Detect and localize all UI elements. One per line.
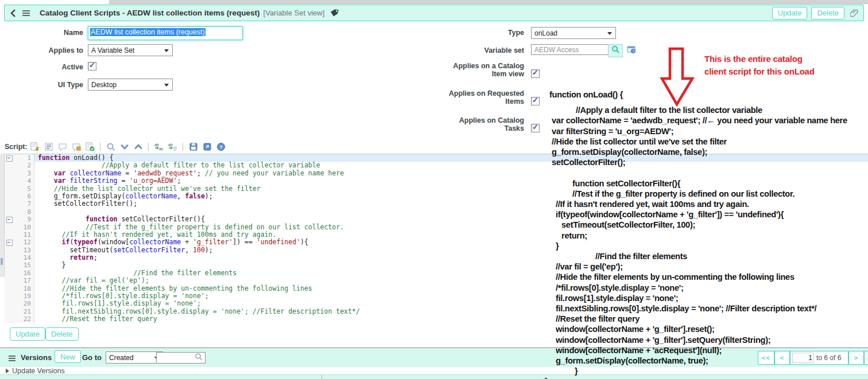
menu-icon[interactable] — [22, 10, 30, 17]
last-page-button[interactable]: >> — [864, 351, 868, 365]
line-number: 2 — [15, 162, 34, 169]
replace-icon[interactable]: abac — [154, 142, 164, 151]
update-button-footer[interactable]: Update — [10, 327, 45, 341]
svg-text:ab: ab — [168, 143, 173, 147]
versions-menu-icon[interactable] — [8, 354, 16, 364]
find-prev-icon[interactable] — [133, 142, 143, 151]
applies-tasks-checkbox[interactable] — [531, 124, 540, 132]
applies-catalog-item-checkbox[interactable] — [531, 69, 540, 78]
annotation-line: var collectorName = 'aedwdb_request'; //… — [552, 115, 847, 126]
variable-set-lookup-button[interactable] — [608, 44, 623, 57]
top-strip — [109, 0, 868, 4]
code-fold-icon[interactable] — [6, 155, 13, 162]
annotation-line: setCollectorFilter(); — [552, 157, 847, 167]
comment-add-icon[interactable] — [57, 142, 67, 151]
annotation-line: g_form.setDisplay(collectorName, false); — [552, 147, 847, 157]
svg-text:ac: ac — [159, 147, 164, 151]
new-version-button[interactable]: New — [55, 350, 81, 363]
reference-preview-icon[interactable]: ? — [627, 45, 636, 56]
find-next-icon[interactable] — [119, 142, 129, 151]
script-toolbar-icons: abacab? — [30, 142, 226, 151]
annotation-code: function onLoad() {//Apply a default fil… — [549, 89, 847, 379]
applies-requested-checkbox[interactable] — [531, 97, 540, 106]
tag-icon[interactable] — [330, 9, 339, 17]
line-number: 18 — [15, 285, 34, 292]
annotation-line: /*fil.rows[0].style.display = 'none'; — [556, 283, 847, 293]
toolbar-separator — [148, 143, 149, 151]
annotation-line: window[collectorName + 'g_filter'].setQu… — [556, 335, 847, 345]
view-label: [Variable Set view] — [264, 9, 325, 17]
ui-type-select[interactable]: Desktop — [88, 79, 173, 91]
delete-button-footer[interactable]: Delete — [45, 327, 79, 341]
name-input[interactable]: AEDW list collection items (request) — [88, 26, 243, 40]
line-number: 16 — [15, 269, 34, 277]
next-page-button[interactable]: > — [848, 351, 864, 365]
annotation-line: //Apply a default filter to the list col… — [576, 105, 847, 115]
chevron-down-icon — [607, 32, 612, 35]
save-icon[interactable] — [188, 142, 198, 151]
annotation-line: window[collectorName + 'acRequest'](null… — [556, 345, 847, 355]
open-window-icon[interactable] — [202, 142, 212, 151]
annotation-line: setTimeout(setCollectorFilter, 100); — [561, 220, 847, 230]
annotation-caption: This is the entire catalog client script… — [704, 53, 815, 78]
line-number: 22 — [15, 315, 34, 323]
versions-search-input[interactable] — [157, 353, 195, 362]
search-icon[interactable] — [106, 142, 115, 151]
replace-all-icon[interactable]: ab — [168, 142, 177, 151]
update-button-header[interactable]: Update — [772, 7, 808, 19]
line-number: 1 — [15, 154, 34, 162]
type-select[interactable]: onLoad — [531, 27, 616, 39]
attachment-icon[interactable] — [850, 9, 859, 18]
versions-search — [156, 352, 206, 364]
code-fold-icon[interactable] — [6, 240, 13, 246]
active-checkbox[interactable] — [88, 62, 96, 71]
line-number: 9 — [15, 216, 34, 223]
comment-lines-icon[interactable] — [44, 142, 53, 151]
annotation-line: //Hide the list collector until we've se… — [552, 136, 847, 147]
line-number: 10 — [15, 224, 34, 231]
annotation-line: //Hide the filter elements by un-comment… — [556, 272, 847, 282]
line-number: 7 — [15, 200, 34, 208]
back-icon[interactable] — [10, 9, 16, 17]
script-label: Script: — [5, 143, 28, 151]
annotation-line: //If it hasn't rendered yet, wait 100ms … — [556, 199, 847, 209]
applies-to-select[interactable]: A Variable Set — [88, 44, 173, 56]
ui-type-label: UI Type — [2, 81, 83, 89]
line-number: 6 — [15, 193, 34, 200]
delete-button-header[interactable]: Delete — [811, 7, 844, 19]
line-number: 14 — [15, 254, 34, 261]
annotation-line: fil.rows[1].style.display = 'none'; — [556, 293, 847, 303]
line-number: 8 — [15, 208, 34, 216]
line-number: 15 — [15, 261, 34, 269]
active-label: Active — [2, 63, 83, 71]
svg-text:ab: ab — [154, 143, 159, 147]
applies-catalog-item-label: Applies on a Catalog Item view — [409, 62, 524, 78]
search-icon — [611, 45, 620, 56]
name-value: AEDW list collection items (request) — [90, 28, 206, 36]
annotation-line: //var fil = gel('ep'); — [556, 261, 847, 272]
search-icon[interactable] — [195, 353, 203, 364]
annotation-line: window[collectorName + 'g_filter'].reset… — [556, 324, 847, 334]
syntax-check-icon[interactable] — [85, 142, 95, 151]
applies-to-value: A Variable Set — [91, 46, 134, 54]
update-versions-label: Update Versions — [12, 367, 65, 375]
annotation-line: } — [575, 366, 847, 376]
annotation-line: var filterString = 'u_org=AEDW'; — [552, 126, 847, 136]
code-fold-icon[interactable] — [6, 217, 13, 223]
line-number: 21 — [15, 308, 34, 315]
variable-set-input[interactable]: AEDW Access — [531, 44, 609, 55]
help-icon[interactable]: ? — [216, 142, 226, 151]
annotation-line: function setCollectorFilter(){ — [572, 178, 847, 189]
line-number: 19 — [15, 292, 34, 300]
ui-type-value: Desktop — [91, 81, 117, 89]
line-number: 13 — [15, 247, 34, 254]
svg-text:?: ? — [219, 144, 223, 150]
chevron-down-icon — [164, 49, 169, 52]
goto-select[interactable]: Created — [106, 351, 163, 364]
line-number: 5 — [15, 185, 34, 193]
variable-set-label: Variable set — [409, 46, 524, 54]
annotation-line: //Find the filter elements — [595, 251, 847, 261]
script-format-icon[interactable] — [30, 142, 40, 151]
frame-splitter[interactable] — [0, 154, 5, 277]
comment-remove-icon[interactable] — [71, 142, 81, 151]
